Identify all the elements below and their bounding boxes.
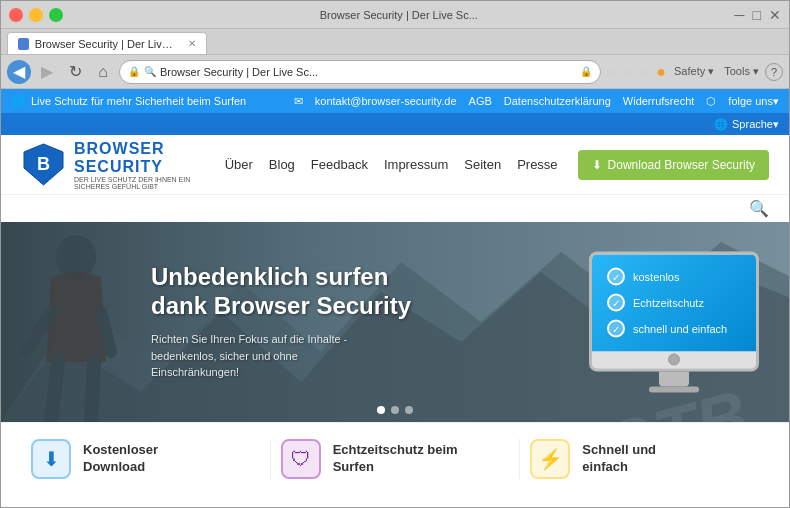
- feature-label-1: kostenlos: [633, 271, 679, 283]
- feature-download-label: KostenloserDownload: [83, 442, 158, 476]
- minimize-icon[interactable]: ─: [735, 7, 745, 23]
- hero-dot-2[interactable]: [391, 406, 399, 414]
- search-icon: 🔍: [144, 66, 156, 77]
- lightning-feature-icon: ⚡: [530, 439, 570, 479]
- feature-kostenlos: ✓ kostenlos: [607, 268, 741, 286]
- feature-label-3: schnell und einfach: [633, 323, 727, 335]
- hero-section: Unbedenklich surfendank Browser Security…: [1, 222, 789, 422]
- feature-download: ⬇ KostenloserDownload: [21, 439, 271, 479]
- close-button[interactable]: [9, 8, 23, 22]
- monitor-chin: [592, 351, 756, 368]
- feature-lightning-label: Schnell undeinfach: [582, 442, 656, 476]
- address-bar[interactable]: 🔒 🔍 Browser Security | Der Live Sc... 🔒: [119, 60, 601, 84]
- browser-frame: Browser Security | Der Live Sc... ─ □ ✕ …: [0, 0, 790, 508]
- feature-schnell: ✓ schnell und einfach: [607, 320, 741, 338]
- site-navigation: Über Blog Feedback Impressum Seiten Pres…: [225, 157, 558, 172]
- info-bar-top: 🌐 Live Schutz für mehr Sicherheit beim S…: [1, 89, 789, 113]
- download-btn-label: Download Browser Security: [608, 158, 755, 172]
- tools-button[interactable]: Tools ▾: [720, 60, 763, 84]
- nav-right-controls: ☆ ☆ ☆ ●: [605, 63, 666, 81]
- monitor-graphic: ✓ kostenlos ✓ Echtzeitschutz ✓ schnell u…: [589, 252, 759, 393]
- globe-icon-2: 🌐: [714, 118, 728, 131]
- nav-blog[interactable]: Blog: [269, 157, 295, 172]
- monitor-button: [668, 354, 680, 366]
- refresh-button[interactable]: ↻: [63, 60, 87, 84]
- info-bar-right: ✉ kontakt@browser-security.de AGB Datens…: [294, 95, 779, 108]
- back-button[interactable]: ◀: [7, 60, 31, 84]
- check-icon-1: ✓: [607, 268, 625, 286]
- feature-lightning: ⚡ Schnell undeinfach: [520, 439, 769, 479]
- window-right-controls: ─ □ ✕: [735, 7, 781, 23]
- star-2[interactable]: ☆: [622, 64, 635, 80]
- nav-impressum[interactable]: Impressum: [384, 157, 448, 172]
- ssl-icon: 🔒: [580, 66, 592, 77]
- active-tab[interactable]: Browser Security | Der Live Sc... ✕: [7, 32, 207, 54]
- live-schutz-text: Live Schutz für mehr Sicherheit beim Sur…: [31, 95, 246, 107]
- nav-seiten[interactable]: Seiten: [464, 157, 501, 172]
- maximize-button[interactable]: [49, 8, 63, 22]
- maximize-icon[interactable]: □: [753, 7, 761, 23]
- email-text[interactable]: kontakt@browser-security.de: [315, 95, 457, 107]
- check-icon-3: ✓: [607, 320, 625, 338]
- star-3[interactable]: ☆: [639, 64, 652, 80]
- feature-shield: 🛡 Echtzeitschutz beimSurfen: [271, 439, 521, 479]
- monitor-display: ✓ kostenlos ✓ Echtzeitschutz ✓ schnell u…: [589, 252, 759, 372]
- shield-logo-svg: B: [21, 142, 66, 187]
- tab-label: Browser Security | Der Live Sc...: [35, 38, 178, 50]
- email-icon: ✉: [294, 95, 303, 108]
- tab-bar: Browser Security | Der Live Sc... ✕: [1, 29, 789, 55]
- hero-dot-3[interactable]: [405, 406, 413, 414]
- feature-label-2: Echtzeitschutz: [633, 297, 704, 309]
- follow-link[interactable]: folge uns▾: [728, 95, 779, 108]
- globe-icon: 🌐: [11, 95, 25, 108]
- info-bar-left: 🌐 Live Schutz für mehr Sicherheit beim S…: [11, 95, 274, 108]
- download-button[interactable]: ⬇ Download Browser Security: [578, 150, 769, 180]
- minimize-button[interactable]: [29, 8, 43, 22]
- feature-shield-label: Echtzeitschutz beimSurfen: [333, 442, 458, 476]
- logo-main-text: BROWSER SECURITY: [74, 140, 205, 176]
- site-header: B BROWSER SECURITY DER LIVE SCHUTZ DER I…: [1, 135, 789, 195]
- check-icon-2: ✓: [607, 294, 625, 312]
- hero-dot-1[interactable]: [377, 406, 385, 414]
- shield-feature-icon: 🛡: [281, 439, 321, 479]
- forward-button[interactable]: ▶: [35, 60, 59, 84]
- hero-dots: [377, 406, 413, 414]
- monitor-screen: ✓ kostenlos ✓ Echtzeitschutz ✓ schnell u…: [592, 255, 756, 352]
- datenschutz-link[interactable]: Datenschutzerklärung: [504, 95, 611, 107]
- title-bar-controls: [9, 8, 63, 22]
- feature-echtzeitschutz: ✓ Echtzeitschutz: [607, 294, 741, 312]
- logo-text: BROWSER SECURITY DER LIVE SCHUTZ DER IHN…: [74, 140, 205, 190]
- window-title: Browser Security | Der Live Sc...: [63, 9, 735, 21]
- safety-tools-bar: Safety ▾ Tools ▾ ?: [670, 60, 783, 84]
- agb-link[interactable]: AGB: [469, 95, 492, 107]
- monitor-base: [649, 387, 699, 393]
- logo-shield-container: B: [21, 142, 66, 187]
- widerruf-link[interactable]: Widerrufsrecht: [623, 95, 695, 107]
- monitor-stand: [659, 372, 689, 387]
- download-feature-icon: ⬇: [31, 439, 71, 479]
- lock-icon: 🔒: [128, 66, 140, 77]
- orange-icon[interactable]: ●: [656, 63, 666, 81]
- sprache-link[interactable]: Sprache▾: [732, 118, 779, 131]
- nav-uber[interactable]: Über: [225, 157, 253, 172]
- star-1[interactable]: ☆: [605, 64, 618, 80]
- website-content: 🌐 Live Schutz für mehr Sicherheit beim S…: [1, 89, 789, 507]
- tab-favicon: [18, 38, 29, 50]
- url-text: Browser Security | Der Live Sc...: [160, 66, 576, 78]
- svg-text:B: B: [37, 154, 50, 174]
- logo-sub-text: DER LIVE SCHUTZ DER IHNEN EIN SICHERES G…: [74, 176, 205, 190]
- share-icon: ⬡: [706, 95, 716, 108]
- nav-presse[interactable]: Presse: [517, 157, 557, 172]
- features-row: ⬇ KostenloserDownload 🛡 Echtzeitschutz b…: [1, 422, 789, 495]
- close-icon[interactable]: ✕: [769, 7, 781, 23]
- info-bar-sprache: 🌐 Sprache▾: [1, 113, 789, 135]
- search-row: 🔍: [1, 195, 789, 222]
- home-button[interactable]: ⌂: [91, 60, 115, 84]
- safety-button[interactable]: Safety ▾: [670, 60, 718, 84]
- search-button[interactable]: 🔍: [749, 199, 769, 218]
- tab-close-icon[interactable]: ✕: [188, 38, 196, 49]
- nav-feedback[interactable]: Feedback: [311, 157, 368, 172]
- title-bar: Browser Security | Der Live Sc... ─ □ ✕: [1, 1, 789, 29]
- help-button[interactable]: ?: [765, 63, 783, 81]
- download-icon: ⬇: [592, 158, 602, 172]
